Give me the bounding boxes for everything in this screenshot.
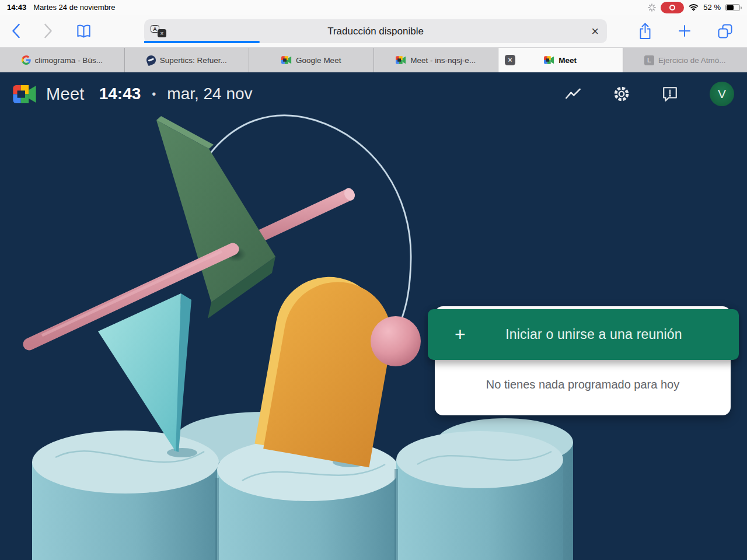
share-button[interactable] xyxy=(638,23,652,40)
new-tab-button[interactable] xyxy=(678,24,692,38)
status-bar: 14:43 Martes 24 de noviembre xyxy=(0,0,747,15)
app-title: Meet xyxy=(46,85,85,104)
meet-header: Meet 14:43 • mar, 24 nov xyxy=(0,72,747,116)
start-or-join-meeting-button[interactable]: + Iniciar o unirse a una reunión xyxy=(428,309,739,360)
bookmarks-button[interactable] xyxy=(76,24,92,38)
tab-supertics[interactable]: Supertics: Refuer... xyxy=(125,48,250,72)
browser-toolbar: A × Traducción disponible × xyxy=(0,15,747,48)
supertics-favicon xyxy=(145,54,158,66)
trending-icon[interactable] xyxy=(565,88,581,100)
battery-icon xyxy=(725,4,740,11)
tab-meet-code[interactable]: Meet - ins-nqsj-e... xyxy=(374,48,499,72)
address-bar[interactable]: A × Traducción disponible × xyxy=(144,19,607,43)
forward-button[interactable] xyxy=(44,23,53,38)
empty-schedule-text: No tienes nada programado para hoy xyxy=(435,378,731,391)
feedback-icon[interactable] xyxy=(662,86,678,102)
address-text: Traducción disponible xyxy=(327,26,424,37)
settings-gear-icon[interactable] xyxy=(613,85,630,103)
meet-page: Meet 14:43 • mar, 24 nov xyxy=(0,72,747,560)
activity-spinner-icon xyxy=(648,4,656,12)
letter-l-favicon: L xyxy=(644,55,654,65)
ipad-screen: 14:43 Martes 24 de noviembre xyxy=(0,0,747,560)
google-favicon xyxy=(22,55,31,65)
back-button[interactable] xyxy=(12,23,20,38)
tab-ejercicio[interactable]: L Ejercicio de Atmó... xyxy=(623,48,747,72)
page-load-progress xyxy=(144,41,260,43)
tab-meet-active[interactable]: × Meet xyxy=(498,48,623,72)
battery-percent: 52 % xyxy=(703,3,721,12)
translate-icon[interactable]: A × xyxy=(151,25,166,37)
plus-icon: + xyxy=(455,324,466,345)
tabs-overview-button[interactable] xyxy=(717,23,733,39)
status-time: 14:43 xyxy=(7,3,26,12)
status-date: Martes 24 de noviembre xyxy=(33,3,115,12)
tab-climograma[interactable]: climograma - Bús... xyxy=(0,48,125,72)
tab-google-meet[interactable]: Google Meet xyxy=(249,48,374,72)
meet-logo xyxy=(13,85,37,103)
close-banner-icon[interactable]: × xyxy=(591,25,599,38)
avatar[interactable]: V xyxy=(710,82,734,106)
meet-favicon xyxy=(544,56,554,64)
tab-bar: climograma - Bús... Supertics: Refuer...… xyxy=(0,48,747,72)
header-time: 14:43 xyxy=(99,85,141,103)
header-date: mar, 24 nov xyxy=(167,85,252,103)
tab-close-icon[interactable]: × xyxy=(505,55,515,65)
wifi-icon xyxy=(689,4,699,11)
screen-recording-indicator[interactable] xyxy=(661,2,684,13)
header-separator: • xyxy=(152,88,156,101)
meet-favicon xyxy=(281,56,292,64)
meet-favicon xyxy=(396,56,406,64)
